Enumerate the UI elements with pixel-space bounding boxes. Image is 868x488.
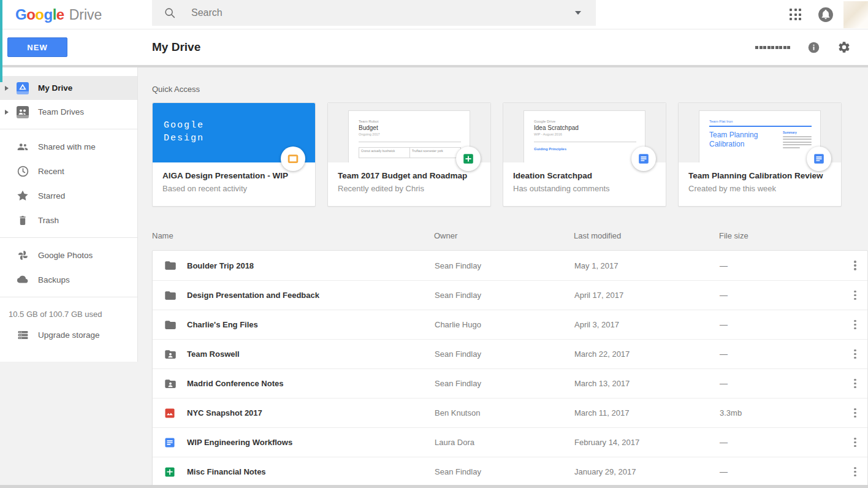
file-list-header: Name Owner Last modified File size — [152, 231, 868, 240]
search-input[interactable] — [191, 7, 575, 18]
quick-access-card[interactable]: Google Design AIGA Design Presentation -… — [152, 102, 316, 207]
expand-arrow-icon[interactable] — [5, 86, 9, 91]
card-subtitle: Based on recent activity — [162, 184, 305, 193]
row-overflow-menu-icon[interactable] — [843, 291, 867, 300]
quick-access-card[interactable]: Team Flat Iron Team Planning Calibration… — [678, 102, 842, 207]
sidebar-item-trash[interactable]: Trash — [0, 208, 137, 232]
card-title: Team Planning Calibration Review — [688, 171, 831, 180]
screen-edge-artifact — [0, 485, 868, 488]
team-drives-icon — [15, 105, 30, 120]
screen-edge-artifact — [0, 0, 2, 82]
star-icon — [15, 188, 30, 203]
row-overflow-menu-icon[interactable] — [843, 261, 867, 270]
docs-file-icon — [631, 147, 656, 171]
sheets-file-icon — [164, 465, 178, 479]
people-icon — [15, 139, 30, 154]
folder-icon — [164, 288, 178, 303]
row-overflow-menu-icon[interactable] — [843, 408, 867, 418]
settings-gear-icon[interactable] — [837, 40, 851, 54]
file-row[interactable]: Charlie's Eng Files Charlie Hugo April 3… — [153, 310, 867, 339]
column-header-file-size[interactable]: File size — [719, 231, 868, 240]
row-overflow-menu-icon[interactable] — [843, 379, 867, 389]
storage-server-icon — [15, 327, 30, 342]
card-subtitle: Has outstanding comments — [513, 184, 656, 193]
sidebar-divider — [0, 237, 137, 238]
quick-access-label: Quick Access — [152, 85, 868, 94]
docs-file-icon — [807, 147, 831, 171]
drive-logo-text: Drive — [69, 7, 102, 23]
new-button[interactable]: NEW — [7, 37, 67, 57]
clock-icon — [15, 164, 30, 178]
photos-pinwheel-icon — [15, 248, 30, 262]
sidebar-item-shared-with-me[interactable]: Shared with me — [0, 134, 137, 159]
top-bar: Google Drive — [0, 0, 868, 29]
notifications-bell-icon[interactable] — [818, 7, 834, 23]
folder-icon — [164, 258, 178, 273]
column-header-last-modified[interactable]: Last modified — [574, 231, 719, 240]
card-subtitle: Recently edited by Chris — [338, 184, 481, 193]
app-launcher-icon[interactable] — [790, 9, 801, 20]
row-overflow-menu-icon[interactable] — [843, 320, 867, 330]
storage-usage-text: 10.5 GB of 100.7 GB used — [0, 302, 137, 322]
cloud-icon — [15, 272, 30, 287]
file-row[interactable]: Design Presentation and Feedback Sean Fi… — [153, 280, 867, 310]
account-avatar[interactable] — [843, 1, 868, 28]
file-row[interactable]: Misc Financial Notes Sean Findlay Januar… — [153, 457, 867, 486]
folder-icon — [164, 318, 178, 332]
sidebar-item-team-drives[interactable]: Team Drives — [0, 100, 137, 124]
quick-access-card[interactable]: Google Drive Idea Scratchpad WIP - Augus… — [503, 102, 666, 207]
my-drive-icon — [15, 81, 30, 96]
card-subtitle: Created by me this week — [688, 184, 831, 193]
quick-access-card[interactable]: Team Robot Budget Ongoing 2017 Cronut ac… — [327, 102, 491, 207]
shared-folder-icon — [164, 376, 178, 391]
page-title: My Drive — [152, 40, 200, 54]
sidebar-divider — [0, 129, 137, 129]
search-icon — [163, 6, 177, 20]
row-overflow-menu-icon[interactable] — [843, 438, 867, 448]
file-list: Boulder Trip 2018 Sean Findlay May 1, 20… — [152, 250, 868, 487]
sidebar: My Drive Team Drives Shared with me — [0, 67, 138, 486]
sidebar-item-upgrade-storage[interactable]: Upgrade storage — [0, 322, 137, 347]
grid-view-toggle-icon[interactable] — [755, 46, 790, 49]
sheets-file-icon — [456, 147, 481, 171]
sidebar-item-starred[interactable]: Starred — [0, 183, 137, 208]
column-header-name[interactable]: Name — [152, 231, 434, 240]
file-row[interactable]: Team Roswell Sean Findlay March 22, 2017… — [153, 339, 867, 368]
row-overflow-menu-icon[interactable] — [843, 467, 867, 477]
drive-toolbar: NEW My Drive — [0, 29, 868, 67]
shared-folder-icon — [164, 347, 178, 362]
card-title: AIGA Design Presentation - WIP — [162, 171, 305, 180]
row-overflow-menu-icon[interactable] — [843, 349, 867, 359]
google-drive-logo[interactable]: Google Drive — [0, 6, 152, 23]
card-title: Team 2017 Budget and Roadmap — [338, 171, 481, 180]
file-row[interactable]: NYC Snapshot 2017 Ben Knutson March 11, … — [153, 398, 867, 427]
sidebar-item-backups[interactable]: Backups — [0, 267, 137, 292]
docs-file-icon — [164, 435, 178, 450]
image-file-icon — [164, 406, 178, 421]
file-row[interactable]: Madrid Conference Notes Sean Findlay Mar… — [153, 368, 867, 398]
sidebar-item-google-photos[interactable]: Google Photos — [0, 243, 137, 267]
quick-access-cards: Google Design AIGA Design Presentation -… — [152, 102, 868, 207]
google-logo: Google — [15, 6, 64, 23]
info-panel-icon[interactable] — [807, 41, 820, 54]
file-row[interactable]: WIP Engineering Workflows Laura Dora Feb… — [153, 427, 867, 457]
expand-arrow-icon[interactable] — [5, 110, 9, 115]
sidebar-item-recent[interactable]: Recent — [0, 159, 137, 183]
search-bar[interactable] — [152, 0, 596, 26]
column-header-owner[interactable]: Owner — [434, 231, 574, 240]
trash-icon — [15, 213, 30, 227]
search-options-caret-icon[interactable] — [575, 11, 581, 15]
card-title: Ideation Scratchpad — [513, 171, 656, 180]
sidebar-item-my-drive[interactable]: My Drive — [0, 76, 137, 100]
sidebar-divider — [0, 297, 137, 297]
file-row[interactable]: Boulder Trip 2018 Sean Findlay May 1, 20… — [153, 251, 867, 280]
slides-file-icon — [281, 147, 305, 171]
